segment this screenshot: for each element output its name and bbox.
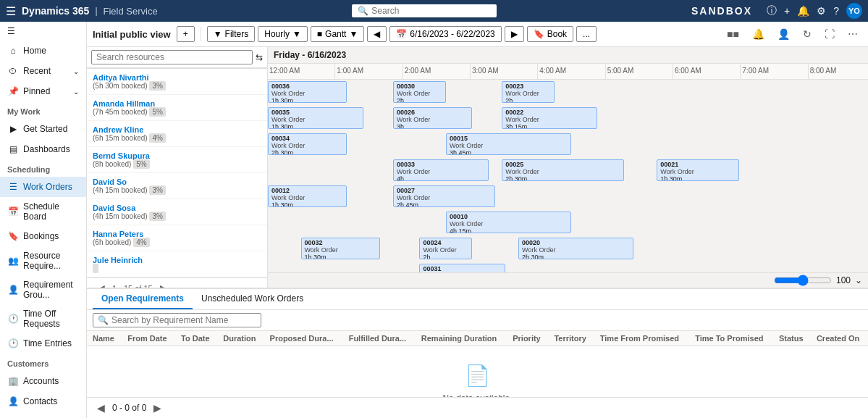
gantt-block[interactable]: 00035Work Order1h 30m [268, 107, 363, 129]
requirement-search-input[interactable] [111, 315, 256, 325]
bottom-next-button[interactable]: ▶ [149, 401, 166, 415]
resource-row[interactable]: David Sosa(4h 15m booked) 3% [87, 199, 267, 225]
question-icon[interactable]: ? [833, 5, 839, 17]
gantt-scroll-area[interactable]: 12:00 AM1:00 AM2:00 AM3:00 AM4:00 AM5:00… [268, 64, 868, 272]
sidebar-item-home[interactable]: ⌂ Home [0, 41, 86, 61]
resource-next-button[interactable]: ▶ [156, 281, 172, 288]
notification-icon[interactable]: 🔔 [797, 5, 809, 17]
gantt-block-id: 00015 [450, 135, 568, 142]
resource-row[interactable]: David So(4h 15m booked) 3% [87, 173, 267, 199]
gantt-block[interactable]: 00024Work Order2h [419, 238, 472, 259]
gantt-block[interactable]: 00022Work Order3h 15m [502, 107, 597, 129]
resource-row[interactable]: Aditya Nivarthi(5h 30m booked) 3% [87, 69, 267, 95]
gantt-block-time: 3h 45m [450, 149, 568, 155]
gantt-block-time: 2h [505, 97, 551, 103]
sidebar-item-dashboards[interactable]: ▤ Dashboards [0, 139, 86, 159]
global-search-bar[interactable]: 🔍 [352, 4, 497, 17]
gantt-block[interactable]: 00026Work Order3h [393, 107, 472, 129]
gantt-block[interactable]: 00015Work Order3h 45m [446, 133, 571, 155]
swap-icon[interactable]: ⇆ [256, 52, 263, 62]
prev-date-button[interactable]: ◀ [367, 26, 387, 42]
tab-open-requirements[interactable]: Open Requirements [93, 289, 193, 309]
gantt-block-label: Work Order [397, 90, 442, 97]
gantt-block[interactable]: 00031 [419, 264, 505, 272]
sidebar-hamburger[interactable]: ☰ [0, 22, 86, 41]
resource-row[interactable]: Jule Heinrich [87, 251, 267, 277]
gantt-block-label: Work Order [271, 142, 343, 149]
sidebar-item-req-groups[interactable]: 👤 Requirement Grou... [0, 275, 86, 304]
slider-container: 100 ⌄ [774, 275, 862, 286]
add-icon[interactable]: + [784, 5, 790, 17]
resource-list: ⇆ Aditya Nivarthi(5h 30m booked) 3%Amand… [87, 47, 268, 288]
calendar-icon: 📅 [396, 29, 407, 39]
gantt-block[interactable]: 00025Work Order2h 30m [502, 159, 623, 181]
gantt-rows-area: 00036Work Order1h 30m00030Work Order2h00… [268, 80, 868, 272]
resource-row[interactable]: Hanna Peters(6h booked) 4% [87, 225, 267, 251]
gantt-block-time: 2h [397, 97, 442, 103]
sidebar-item-contacts[interactable]: 👤 Contacts [0, 391, 86, 411]
gantt-block[interactable]: 00010Work Order4h 15m [446, 212, 571, 233]
zoom-slider[interactable] [774, 275, 832, 286]
hamburger-icon[interactable]: ☰ [6, 4, 16, 18]
resource-button[interactable]: 👤 [773, 26, 794, 42]
resource-row[interactable]: Andrew Kline(6h 15m booked) 4% [87, 121, 267, 147]
sidebar-item-time-off[interactable]: 🕐 Time Off Requests [0, 304, 86, 333]
book-label: Book [547, 29, 567, 39]
bottom-prev-button[interactable]: ◀ [93, 401, 109, 415]
book-button[interactable]: 🔖 Book [527, 26, 573, 42]
gantt-block-id: 00032 [305, 239, 376, 246]
sidebar-item-schedule-board[interactable]: 📅 Schedule Board [0, 197, 86, 226]
gantt-block[interactable]: 00023Work Order2h [502, 81, 555, 103]
gantt-block-id: 00023 [505, 83, 551, 90]
gantt-block[interactable]: 00027Work Order2h 45m [393, 185, 495, 207]
requirements-table: NameFrom DateTo DateDurationProposed Dur… [87, 331, 868, 397]
resource-row[interactable]: Amanda Hillman(7h 45m booked) 5% [87, 95, 267, 121]
account-icon: 🏢 [7, 375, 19, 387]
more-button[interactable]: ... [576, 26, 597, 42]
tab-unscheduled-work-orders[interactable]: Unscheduled Work Orders [193, 289, 312, 309]
next-date-button[interactable]: ▶ [505, 26, 524, 42]
gantt-block[interactable]: 00012Work Order1h 30m [268, 185, 347, 207]
search-icon: 🔍 [358, 6, 368, 16]
sidebar-item-get-started[interactable]: ▶ Get Started [0, 119, 86, 139]
sidebar-item-bookings[interactable]: 🔖 Bookings [0, 226, 86, 246]
gantt-block[interactable]: 00020Work Order2h 30m [518, 238, 633, 259]
filters-button[interactable]: ▼ Filters [207, 26, 256, 42]
add-view-button[interactable]: + [177, 26, 195, 42]
hourly-button[interactable]: Hourly ▼ [258, 26, 308, 42]
date-range-button[interactable]: 📅 6/16/2023 - 6/22/2023 [389, 26, 501, 42]
more-options-button[interactable]: ⋯ [843, 26, 862, 42]
refresh-button[interactable]: ↻ [799, 26, 816, 42]
gantt-block[interactable]: 00030Work Order2h [393, 81, 446, 103]
app-name[interactable]: Dynamics 365 [22, 5, 89, 17]
sidebar-item-accounts[interactable]: 🏢 Accounts [0, 371, 86, 391]
sidebar-item-recent[interactable]: ⏲ Recent ⌄ [0, 61, 86, 81]
gantt-block[interactable]: 00034Work Order2h 30m [268, 133, 347, 155]
resource-info: (5h 30m booked) 3% [93, 82, 166, 90]
gantt-block-label: Work Order [397, 168, 485, 175]
gantt-block-time: 1h 30m [305, 254, 376, 259]
global-search-input[interactable] [371, 6, 487, 16]
resource-search-input[interactable] [91, 50, 253, 64]
resource-row[interactable]: Bernd Skupura(8h booked) 5% [87, 147, 267, 173]
sidebar-item-time-entries[interactable]: 🕑 Time Entries [0, 333, 86, 354]
gantt-block[interactable]: 00033Work Order4h [393, 159, 489, 181]
gantt-time-row: 12:00 AM1:00 AM2:00 AM3:00 AM4:00 AM5:00… [268, 64, 868, 80]
fullscreen-button[interactable]: ⛶ [820, 26, 839, 42]
gantt-button[interactable]: ■ Gantt ▼ [311, 26, 365, 42]
sidebar-item-work-orders[interactable]: ☰ Work Orders [0, 177, 86, 197]
sidebar-item-pinned[interactable]: 📌 Pinned ⌄ [0, 81, 86, 101]
table-column-header: From Date [122, 331, 175, 346]
gantt-block-id: 00034 [271, 135, 343, 142]
settings-icon[interactable]: ⚙ [817, 5, 826, 17]
sidebar-item-resource-req[interactable]: 👥 Resource Require... [0, 246, 86, 275]
toggle-view-button[interactable]: ■■ [722, 26, 743, 42]
help-icon[interactable]: ⓘ [767, 4, 777, 17]
gantt-block[interactable]: 00021Work Order1h 30m [657, 159, 739, 181]
resource-prev-button[interactable]: ◀ [93, 281, 109, 288]
gantt-block[interactable]: 00032Work Order1h 30m [301, 238, 380, 259]
gantt-block[interactable]: 00036Work Order1h 30m [268, 81, 347, 103]
alert-button[interactable]: 🔔 [748, 26, 769, 42]
avatar[interactable]: YO [846, 3, 862, 19]
schedule-area: ⇆ Aditya Nivarthi(5h 30m booked) 3%Amand… [87, 47, 868, 288]
